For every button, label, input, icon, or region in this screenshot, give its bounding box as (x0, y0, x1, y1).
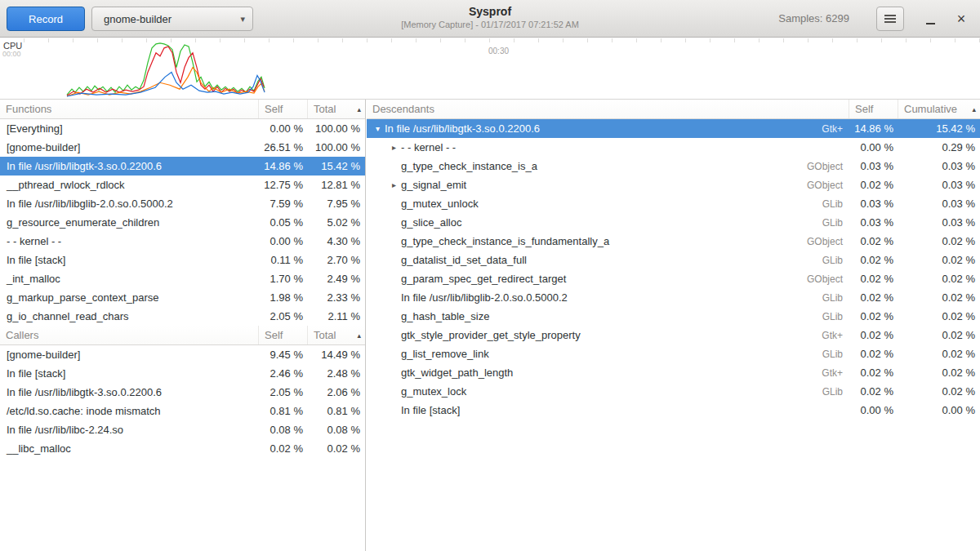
hamburger-icon (884, 18, 896, 20)
self-value: 0.00 % (849, 404, 898, 416)
close-button[interactable]: × (949, 7, 973, 31)
table-row[interactable]: In file [stack]2.46 %2.48 % (0, 364, 365, 383)
table-row[interactable]: In file /usr/lib/libgtk-3.so.0.2200.62.0… (0, 383, 365, 402)
table-row[interactable]: g_list_remove_linkGLib0.02 %0.02 % (367, 344, 980, 363)
table-row[interactable]: [gnome-builder]26.51 %100.00 % (0, 138, 365, 157)
table-row[interactable]: In file [stack]0.11 %2.70 % (0, 251, 365, 269)
table-row[interactable]: [gnome-builder]9.45 %14.49 % (0, 345, 365, 364)
function-name: In file [stack] (0, 254, 259, 266)
self-value: 0.02 % (849, 254, 898, 266)
function-name: g_markup_parse_context_parse (0, 291, 259, 304)
table-row[interactable]: In file /usr/lib/libglib-2.0.so.0.5000.2… (367, 288, 980, 307)
table-row[interactable]: In file /usr/lib/libglib-2.0.so.0.5000.2… (0, 194, 365, 213)
cumulative-value: 0.03 % (898, 179, 980, 191)
expander-open-icon[interactable] (371, 124, 385, 133)
table-row[interactable]: In file [stack]0.00 %0.00 % (367, 401, 980, 420)
function-name: g_mutex_lock (401, 385, 822, 398)
table-row[interactable]: g_mutex_lockGLib0.02 %0.02 % (367, 382, 980, 401)
function-name: __pthread_rwlock_rdlock (0, 179, 259, 191)
column-header-descendants[interactable]: Descendants (367, 100, 849, 118)
self-value: 0.05 % (259, 216, 308, 229)
function-name: In file /usr/lib/libgtk-3.so.0.2200.6 (0, 160, 259, 172)
cumulative-value: 0.02 % (898, 310, 980, 322)
time-label-mid: 00:30 (488, 47, 509, 56)
table-row[interactable]: g_resource_enumerate_children0.05 %5.02 … (0, 213, 365, 232)
cpu-line-2 (67, 68, 265, 97)
table-row[interactable]: g_signal_emitGObject0.02 %0.03 % (367, 176, 980, 194)
column-header-self[interactable]: Self (259, 100, 308, 118)
category-label: GLib (822, 198, 849, 210)
functions-header-row: Functions Self Total (0, 100, 365, 119)
self-value: 26.51 % (259, 141, 308, 153)
minimize-button[interactable] (918, 7, 942, 31)
table-row[interactable]: gtk_style_provider_get_style_propertyGtk… (367, 326, 980, 344)
process-selector-dropdown[interactable]: gnome-builder ▾ (91, 7, 253, 31)
column-header-total[interactable]: Total (308, 100, 365, 118)
function-name: g_param_spec_get_redirect_target (401, 273, 807, 285)
table-row[interactable]: g_param_spec_get_redirect_targetGObject0… (367, 269, 980, 288)
table-row[interactable]: [Everything]0.00 %100.00 % (0, 119, 365, 138)
column-header-self[interactable]: Self (849, 100, 898, 118)
total-value: 2.33 % (308, 291, 365, 304)
category-label: GObject (807, 236, 849, 247)
total-value: 2.49 % (308, 273, 365, 285)
table-row[interactable]: g_io_channel_read_chars2.05 %2.11 % (0, 307, 365, 326)
table-row[interactable]: In file /usr/lib/libc-2.24.so0.08 %0.08 … (0, 420, 365, 439)
table-row[interactable]: g_slice_allocGLib0.03 %0.03 % (367, 213, 980, 232)
function-name: g_hash_table_size (401, 310, 822, 322)
table-row[interactable]: __libc_malloc0.02 %0.02 % (0, 439, 365, 458)
table-row[interactable]: g_markup_parse_context_parse1.98 %2.33 % (0, 288, 365, 307)
cumulative-value: 0.02 % (898, 273, 980, 285)
self-value: 0.03 % (849, 198, 898, 210)
cumulative-value: 0.02 % (898, 329, 980, 341)
table-row-selected[interactable]: In file /usr/lib/libgtk-3.so.0.2200.614.… (0, 157, 365, 176)
record-button[interactable]: Record (7, 7, 85, 31)
table-row-selected[interactable]: In file /usr/lib/libgtk-3.so.0.2200.6Gtk… (367, 119, 980, 138)
table-row[interactable]: /etc/ld.so.cache: inode mismatch0.81 %0.… (0, 402, 365, 420)
table-row[interactable]: g_type_check_instance_is_aGObject0.03 %0… (367, 157, 980, 176)
callers-header-row: Callers Self Total (0, 326, 365, 345)
cpu-graph[interactable]: CPU 00:00 00:30 (0, 38, 980, 100)
column-header-total[interactable]: Total (308, 326, 365, 344)
cumulative-value: 0.02 % (898, 235, 980, 247)
column-header-label: Total (314, 103, 336, 115)
table-row[interactable]: - - kernel - -0.00 %0.29 % (367, 138, 980, 157)
total-value: 2.70 % (308, 254, 365, 266)
category-label: GLib (822, 217, 849, 229)
cumulative-value: 0.02 % (898, 291, 980, 304)
table-row[interactable]: _int_malloc1.70 %2.49 % (0, 269, 365, 288)
cumulative-value: 0.02 % (898, 367, 980, 379)
function-name: _int_malloc (0, 273, 259, 285)
category-label: GLib (822, 349, 849, 360)
menu-button[interactable] (876, 7, 904, 31)
cumulative-value: 0.00 % (898, 404, 980, 416)
table-row[interactable]: - - kernel - -0.00 %4.30 % (0, 232, 365, 251)
self-value: 14.86 % (259, 160, 308, 172)
expander-closed-icon[interactable] (387, 180, 401, 189)
self-value: 0.03 % (849, 160, 898, 172)
sort-ascending-icon (357, 105, 361, 113)
function-name: gtk_widget_path_length (401, 367, 822, 379)
table-row[interactable]: __pthread_rwlock_rdlock12.75 %12.81 % (0, 176, 365, 194)
table-row[interactable]: g_datalist_id_set_data_fullGLib0.02 %0.0… (367, 251, 980, 269)
category-label: GObject (807, 180, 849, 191)
category-label: Gtk+ (822, 367, 849, 379)
table-row[interactable]: g_type_check_instance_is_fundamentally_a… (367, 232, 980, 251)
table-row[interactable]: gtk_widget_path_lengthGtk+0.02 %0.02 % (367, 363, 980, 382)
expander-closed-icon[interactable] (387, 143, 401, 152)
self-value: 0.00 % (259, 235, 308, 247)
self-value: 0.08 % (259, 424, 308, 436)
column-header-self[interactable]: Self (259, 326, 308, 344)
function-name: g_list_remove_link (401, 348, 822, 360)
self-value: 0.03 % (849, 216, 898, 229)
column-header-callers[interactable]: Callers (0, 326, 259, 344)
app-title: Sysprof (245, 5, 735, 18)
cumulative-value: 0.29 % (898, 141, 980, 153)
column-header-functions[interactable]: Functions (0, 100, 259, 118)
function-name: g_signal_emit (401, 179, 807, 191)
table-row[interactable]: g_mutex_unlockGLib0.03 %0.03 % (367, 194, 980, 213)
table-row[interactable]: g_hash_table_sizeGLib0.02 %0.02 % (367, 307, 980, 326)
column-header-cumulative[interactable]: Cumulative (898, 100, 980, 118)
self-value: 0.02 % (849, 179, 898, 191)
descendants-header-row: Descendants Self Cumulative (367, 100, 980, 119)
